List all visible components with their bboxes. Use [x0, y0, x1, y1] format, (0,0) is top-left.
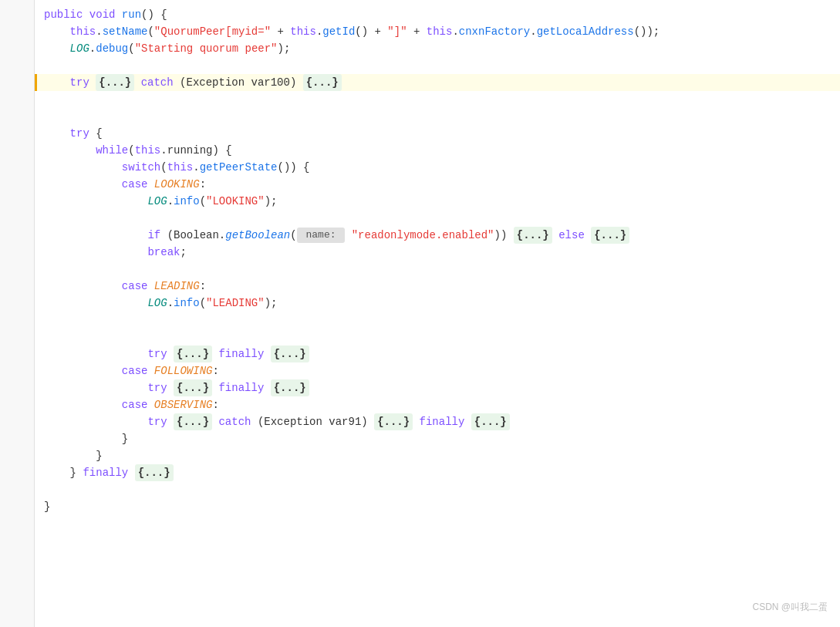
keyword-try-observing: try — [147, 413, 167, 430]
keyword-this-while: this — [135, 142, 161, 159]
code-line-17: case LEADING : — [35, 278, 840, 295]
keyword-this-switch: this — [167, 159, 194, 176]
code-line-13 — [35, 210, 840, 227]
keyword-this-1: this — [70, 23, 96, 40]
code-area: public void run () { this . setName ( "Q… — [35, 0, 840, 521]
code-line-29 — [35, 481, 840, 498]
method-getId: getId — [322, 23, 355, 40]
code-line-22: case FOLLOWING : — [35, 362, 840, 379]
string-quorumpeer: "QuorumPeer[myid=" — [154, 23, 271, 40]
code-line-5: try {...} catch (Exception var100) {...} — [35, 74, 840, 91]
collapsed-finally-leading: {...} — [271, 346, 309, 362]
collapsed-try-observing: {...} — [174, 413, 212, 430]
case-label-following: FOLLOWING — [154, 362, 213, 379]
keyword-catch-observing: catch — [218, 413, 251, 430]
code-line-24: case OBSERVING : — [35, 396, 840, 413]
keyword-try-following: try — [147, 379, 167, 396]
keyword-case-leading: case — [122, 278, 148, 295]
keyword-this-3: this — [427, 23, 453, 40]
code-line-18: LOG . info ( "LEADING" ); — [35, 295, 840, 312]
code-line-8: try { — [35, 125, 840, 142]
keyword-case-following: case — [122, 362, 148, 379]
code-line-27: } — [35, 447, 840, 464]
method-info-leading: info — [174, 295, 200, 312]
keyword-finally-observing: finally — [420, 413, 465, 430]
code-line-16 — [35, 261, 840, 278]
code-line-21: try {...} finally {...} — [35, 346, 840, 362]
method-debug: debug — [96, 40, 128, 57]
collapsed-catch-observing: {...} — [374, 413, 413, 430]
keyword-try-leading: try — [147, 346, 167, 362]
keyword-catch-outer: catch — [141, 74, 174, 91]
collapsed-if-block: {...} — [514, 227, 552, 244]
keyword-try-inner: try — [70, 125, 89, 142]
keyword-case-observing: case — [122, 396, 148, 413]
method-getLocalAddress: getLocalAddress — [537, 23, 634, 40]
code-line-23: try {...} finally {...} — [35, 379, 840, 396]
code-line-19 — [35, 312, 840, 329]
keyword-public: public — [44, 6, 83, 23]
string-bracket: "]" — [387, 23, 407, 40]
log-var-2: LOG — [147, 193, 167, 210]
collapsed-else-block: {...} — [591, 227, 629, 244]
case-label-observing: OBSERVING — [154, 396, 213, 413]
string-looking: "LOOKING" — [206, 193, 265, 210]
param-hint-name: name: — [297, 228, 346, 244]
code-line-20 — [35, 329, 840, 346]
method-setName: setName — [103, 23, 148, 40]
keyword-finally-following: finally — [218, 379, 264, 396]
line-numbers — [0, 0, 35, 627]
code-line-2: this . setName ( "QuorumPeer[myid=" + th… — [35, 23, 840, 40]
method-cnxnFactory: cnxnFactory — [459, 23, 530, 40]
code-line-26: } — [35, 430, 840, 447]
method-getPeerState: getPeerState — [200, 159, 278, 176]
code-line-30: } — [35, 498, 840, 515]
code-line-28: } finally {...} — [35, 464, 840, 481]
keyword-else: else — [558, 227, 585, 244]
log-var-1: LOG — [70, 40, 89, 57]
method-info-looking: info — [174, 193, 200, 210]
keyword-finally-leading: finally — [218, 346, 264, 362]
keyword-switch: switch — [122, 159, 160, 176]
code-line-11: case LOOKING : — [35, 176, 840, 193]
code-line-4 — [35, 57, 840, 74]
string-leading: "LEADING" — [206, 295, 265, 312]
keyword-finally-outer: finally — [83, 464, 128, 481]
code-line-6 — [35, 91, 840, 108]
collapsed-try-following: {...} — [174, 379, 212, 396]
log-var-3: LOG — [147, 295, 167, 312]
collapsed-try-outer: {...} — [96, 74, 134, 91]
keyword-while: while — [96, 142, 128, 159]
case-label-leading: LEADING — [154, 278, 200, 295]
code-line-25: try {...} catch (Exception var91) {...} … — [35, 413, 840, 430]
code-line-14: if (Boolean. getBoolean ( name: "readonl… — [35, 227, 840, 244]
keyword-this-2: this — [290, 23, 316, 40]
method-getBoolean: getBoolean — [225, 227, 290, 244]
keyword-try-outer: try — [70, 74, 89, 91]
collapsed-finally-following: {...} — [271, 379, 309, 396]
keyword-case-looking: case — [122, 176, 148, 193]
code-line-12: LOG . info ( "LOOKING" ); — [35, 193, 840, 210]
watermark: CSDN @叫我二蛋 — [752, 600, 828, 615]
code-line-9: while ( this .running) { — [35, 142, 840, 159]
code-line-1: public void run () { — [35, 6, 840, 23]
collapsed-catch-outer: {...} — [303, 74, 342, 91]
collapsed-finally-outer: {...} — [135, 464, 174, 481]
code-line-10: switch ( this . getPeerState ()) { — [35, 159, 840, 176]
keyword-if: if — [147, 227, 160, 244]
collapsed-try-leading: {...} — [174, 346, 212, 362]
keyword-break: break — [147, 244, 180, 261]
keyword-void: void — [89, 6, 116, 23]
code-line-7 — [35, 108, 840, 125]
code-line-3: LOG . debug ( "Starting quorum peer" ); — [35, 40, 840, 57]
method-run: run — [122, 6, 141, 23]
string-readonly: "readonlymode.enabled" — [352, 227, 494, 244]
code-line-15: break ; — [35, 244, 840, 261]
code-container: public void run () { this . setName ( "Q… — [0, 0, 840, 627]
string-starting: "Starting quorum peer" — [135, 40, 278, 57]
collapsed-finally-observing: {...} — [471, 413, 510, 430]
case-label-looking: LOOKING — [154, 176, 200, 193]
